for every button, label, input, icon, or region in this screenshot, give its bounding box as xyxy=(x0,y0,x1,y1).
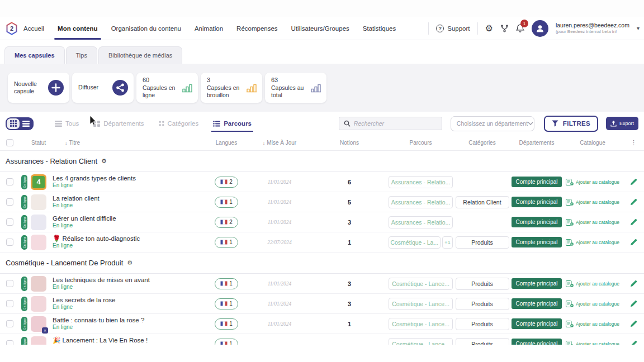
category-chip[interactable]: Produits xyxy=(456,236,509,249)
filter-tab-1[interactable]: Départements xyxy=(93,120,144,127)
add-to-catalog-button[interactable]: Ajouter au catalogue xyxy=(566,301,619,307)
row-checkbox[interactable] xyxy=(6,340,13,345)
parcours-chip[interactable]: Assurances - Relatio... xyxy=(389,196,453,208)
row-checkbox[interactable] xyxy=(6,198,13,206)
col-header-8[interactable]: Catalogue xyxy=(562,140,623,146)
table-row[interactable]: En ligneLes techniques de mises en avant… xyxy=(0,274,644,294)
plus-icon[interactable] xyxy=(48,79,64,96)
user-menu-caret-icon[interactable]: ▾ xyxy=(637,25,640,31)
category-chip[interactable]: Produits xyxy=(456,318,509,330)
user-info[interactable]: lauren.peres@beedeez.com (pour Beedeez i… xyxy=(556,22,629,34)
nav-item-6[interactable]: Statistiques xyxy=(363,17,396,40)
settings-gear-icon[interactable]: ⚙ xyxy=(485,24,493,33)
row-checkbox[interactable] xyxy=(6,280,13,287)
table-row[interactable]: En ligneLa relation clientEn ligne111/01… xyxy=(0,192,644,212)
add-to-catalog-button[interactable]: Ajouter au catalogue xyxy=(566,341,619,345)
search-input[interactable] xyxy=(354,120,437,127)
column-menu-kebab-icon[interactable]: ⋮ xyxy=(623,139,644,146)
add-to-catalog-button[interactable]: Ajouter au catalogue xyxy=(566,321,619,327)
pencil-icon[interactable] xyxy=(630,340,637,345)
pencil-icon[interactable] xyxy=(630,280,637,287)
beedeez-logo-icon[interactable]: 2 xyxy=(6,22,18,35)
stat-card-3[interactable]: 3Capsules en brouillon xyxy=(201,73,262,103)
filter-tab-3[interactable]: Parcours xyxy=(213,120,252,127)
tab-2[interactable]: Bibliothèque de médias xyxy=(98,46,182,64)
stat-card-2[interactable]: 60Capsules en ligne xyxy=(136,73,198,103)
category-chip[interactable]: Produits xyxy=(456,298,509,310)
col-header-1[interactable]: ↓Titre xyxy=(48,140,204,146)
table-row[interactable]: En ligne✕Battle : connais-tu bien la ros… xyxy=(0,314,644,334)
add-to-catalog-button[interactable]: Ajouter au catalogue xyxy=(566,239,619,246)
integrations-branch-icon[interactable] xyxy=(500,25,509,32)
table-row[interactable]: En ligneGérer un client difficileEn lign… xyxy=(0,212,644,232)
action-card-0[interactable]: Nouvelle capsule xyxy=(8,73,69,103)
category-chip[interactable]: Produits xyxy=(456,338,509,345)
pencil-icon[interactable] xyxy=(630,178,637,185)
nav-item-3[interactable]: Animation xyxy=(195,17,223,40)
add-to-catalog-button[interactable]: Ajouter au catalogue xyxy=(566,199,619,206)
parcours-chip[interactable]: Cosmétique - La... xyxy=(389,236,441,249)
row-checkbox[interactable] xyxy=(6,320,13,327)
section-settings-gear-icon[interactable]: ⚙ xyxy=(127,259,132,266)
add-to-catalog-button[interactable]: Ajouter au catalogue xyxy=(566,280,619,287)
tab-1[interactable]: Tips xyxy=(66,46,97,64)
parcours-extra-chip[interactable]: +1 xyxy=(442,236,453,249)
stat-card-4[interactable]: 63Capsules au total xyxy=(265,73,326,103)
updated-date: 11/01/2024 xyxy=(268,321,292,327)
list-view-icon[interactable] xyxy=(20,118,32,129)
user-avatar[interactable] xyxy=(532,20,548,37)
nav-item-1[interactable]: Mon contenu xyxy=(58,17,98,40)
category-chip[interactable]: Relation Client xyxy=(456,196,509,208)
notifications-bell-icon[interactable]: 1 xyxy=(516,23,524,33)
add-to-catalog-button[interactable]: Ajouter au catalogue xyxy=(566,179,619,185)
parcours-chip[interactable]: Cosmétique - Lance... xyxy=(389,338,453,345)
pencil-icon[interactable] xyxy=(630,239,637,246)
parcours-chip[interactable]: Cosmétique - Lance... xyxy=(389,278,453,290)
support-button[interactable]: ? Support xyxy=(436,25,470,32)
parcours-chip[interactable]: Assurances - Relatio... xyxy=(389,176,453,188)
nav-item-5[interactable]: Utilisateurs/Groupes xyxy=(291,17,349,40)
filter-tab-0[interactable]: Tous xyxy=(55,120,79,127)
col-header-4[interactable]: Notions xyxy=(310,140,389,146)
filters-button[interactable]: FILTRES xyxy=(544,116,598,132)
search-box[interactable] xyxy=(339,117,442,130)
divider xyxy=(428,22,429,35)
col-header-5[interactable]: Parcours xyxy=(389,140,453,146)
pencil-icon[interactable] xyxy=(630,218,637,226)
export-button[interactable]: Export xyxy=(606,117,638,130)
col-header-2[interactable]: Langues xyxy=(204,140,249,146)
grid-view-icon[interactable] xyxy=(7,118,20,129)
select-all-checkbox[interactable] xyxy=(6,139,13,146)
nav-item-4[interactable]: Récompenses xyxy=(236,17,278,40)
nav-item-2[interactable]: Organisation du contenu xyxy=(111,17,181,40)
section-settings-gear-icon[interactable]: ⚙ xyxy=(101,158,107,165)
category-chip[interactable]: Produits xyxy=(456,278,509,290)
table-row[interactable]: En ligne4Les 4 grands types de clientsEn… xyxy=(0,172,644,192)
tab-0[interactable]: Mes capsules xyxy=(4,46,65,64)
col-header-7[interactable]: Départements xyxy=(512,140,562,146)
table-row[interactable]: En ligne🎉 Lancement : La Vie En Rose !En… xyxy=(0,334,644,345)
parcours-chip[interactable]: Cosmétique - Lance... xyxy=(389,298,453,310)
department-select[interactable]: Choisissez un département xyxy=(451,116,534,131)
view-toggle[interactable] xyxy=(6,117,34,130)
parcours-chip[interactable]: Assurances - Relatio... xyxy=(389,216,453,228)
table-row[interactable]: En ligne🌹 Réalise ton auto-diagnosticEn … xyxy=(0,232,644,253)
col-header-3[interactable]: ↓Mise À Jour xyxy=(249,140,310,146)
row-checkbox[interactable] xyxy=(6,239,13,246)
pencil-icon[interactable] xyxy=(630,300,637,307)
nav-item-0[interactable]: Accueil xyxy=(23,17,44,40)
table-row[interactable]: En ligneLes secrets de la roseEn ligne11… xyxy=(0,294,644,314)
pencil-icon[interactable] xyxy=(630,320,637,327)
row-checkbox[interactable] xyxy=(6,218,13,226)
filter-tab-2[interactable]: Catégories xyxy=(159,120,199,127)
pencil-icon[interactable] xyxy=(630,198,637,206)
action-card-1[interactable]: Diffuser xyxy=(72,73,134,103)
add-to-catalog-button[interactable]: Ajouter au catalogue xyxy=(566,219,619,226)
flag-icon xyxy=(220,301,228,306)
share-icon[interactable] xyxy=(112,79,129,96)
parcours-chip[interactable]: Cosmétique - Lance... xyxy=(389,318,453,330)
row-checkbox[interactable] xyxy=(6,178,13,185)
row-checkbox[interactable] xyxy=(6,300,13,307)
col-header-6[interactable]: Catégories xyxy=(453,140,512,146)
col-header-0[interactable]: Statut xyxy=(19,140,48,146)
